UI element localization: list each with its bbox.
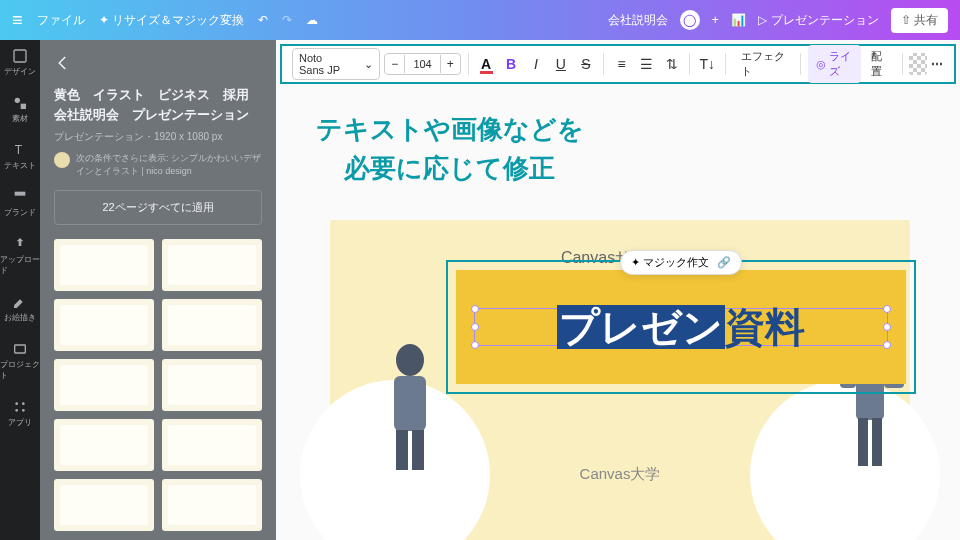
template-tip[interactable]: 次の条件でさらに表示: シンプルかわいいデザインとイラスト | nico des… bbox=[54, 152, 262, 178]
sparkle-icon: ◎ bbox=[816, 58, 826, 71]
sidebar-item-brand[interactable]: ブランド bbox=[4, 189, 36, 218]
template-thumbnails bbox=[54, 239, 262, 531]
resize-handle[interactable] bbox=[471, 305, 479, 313]
more-options-button[interactable]: ⋯ bbox=[931, 57, 944, 71]
svg-rect-4 bbox=[15, 345, 26, 353]
align-button[interactable]: ≡ bbox=[611, 51, 632, 77]
plus-icon[interactable]: + bbox=[712, 13, 719, 27]
strikethrough-button[interactable]: S bbox=[575, 51, 596, 77]
font-size-value[interactable]: 104 bbox=[404, 55, 440, 73]
file-menu[interactable]: ファイル bbox=[37, 12, 85, 29]
resize-handle[interactable] bbox=[883, 341, 891, 349]
template-thumb[interactable] bbox=[54, 479, 154, 531]
analytics-icon[interactable]: 📊 bbox=[731, 13, 746, 27]
back-icon[interactable] bbox=[54, 54, 72, 72]
text-color-button[interactable]: A bbox=[476, 51, 497, 77]
person-illustration-icon bbox=[360, 330, 460, 480]
svg-rect-18 bbox=[872, 418, 882, 466]
template-thumb[interactable] bbox=[162, 479, 262, 531]
link-icon[interactable]: 🔗 bbox=[717, 256, 731, 269]
text-toolbar: Noto Sans JP⌄ − 104 + A B I U S ≡ ☰ ⇅ T↓… bbox=[280, 44, 956, 84]
vertical-text-button[interactable]: T↓ bbox=[697, 51, 718, 77]
sparkle-icon: ✦ bbox=[631, 256, 640, 269]
decrease-size-button[interactable]: − bbox=[385, 54, 404, 74]
italic-button[interactable]: I bbox=[525, 51, 546, 77]
selected-textbox-highlight: ✦マジック作文 🔗 プレゼン資料 bbox=[446, 260, 916, 394]
resize-menu[interactable]: ✦ リサイズ＆マジック変換 bbox=[99, 12, 244, 29]
redo-icon[interactable]: ↷ bbox=[282, 13, 292, 27]
resize-handle[interactable] bbox=[883, 305, 891, 313]
template-thumb[interactable] bbox=[54, 419, 154, 471]
template-meta: プレゼンテーション・1920 x 1080 px bbox=[54, 130, 262, 144]
apply-all-button[interactable]: 22ページすべてに適用 bbox=[54, 190, 262, 225]
author-avatar-icon bbox=[54, 152, 70, 168]
position-button[interactable]: 配置 bbox=[865, 45, 895, 83]
sidebar-item-projects[interactable]: プロジェクト bbox=[0, 341, 40, 381]
slide-university-text: Canvas大学 bbox=[330, 465, 910, 484]
chevron-down-icon: ⌄ bbox=[364, 58, 373, 71]
template-thumb[interactable] bbox=[162, 299, 262, 351]
svg-rect-10 bbox=[394, 376, 426, 431]
list-button[interactable]: ☰ bbox=[636, 51, 657, 77]
template-thumb[interactable] bbox=[54, 299, 154, 351]
svg-rect-12 bbox=[412, 430, 424, 470]
sidebar-item-design[interactable]: デザイン bbox=[4, 48, 36, 77]
svg-point-9 bbox=[396, 344, 424, 376]
svg-text:T: T bbox=[15, 143, 23, 157]
spacing-button[interactable]: ⇅ bbox=[661, 51, 682, 77]
left-rail: デザイン 素材 Tテキスト ブランド アップロード お絵描き プロジェクト アプ… bbox=[0, 40, 40, 540]
svg-point-5 bbox=[15, 402, 18, 405]
sidebar-item-text[interactable]: Tテキスト bbox=[4, 142, 36, 171]
animate-button[interactable]: ◎ライズ bbox=[808, 45, 861, 83]
sidebar-item-elements[interactable]: 素材 bbox=[12, 95, 28, 124]
template-thumb[interactable] bbox=[54, 239, 154, 291]
font-size-stepper[interactable]: − 104 + bbox=[384, 53, 460, 75]
sidebar-item-upload[interactable]: アップロード bbox=[0, 236, 40, 276]
undo-icon[interactable]: ↶ bbox=[258, 13, 268, 27]
text-box[interactable]: ✦マジック作文 🔗 プレゼン資料 bbox=[456, 270, 906, 384]
top-bar: ≡ ファイル ✦ リサイズ＆マジック変換 ↶ ↷ ☁ 会社説明会 ◯ + 📊 ▷… bbox=[0, 0, 960, 40]
transparency-button[interactable] bbox=[909, 53, 927, 75]
canvas-area: Noto Sans JP⌄ − 104 + A B I U S ≡ ☰ ⇅ T↓… bbox=[276, 40, 960, 540]
svg-rect-11 bbox=[396, 430, 408, 470]
share-button[interactable]: ⇧ 共有 bbox=[891, 8, 948, 33]
svg-point-8 bbox=[22, 409, 25, 412]
effects-button[interactable]: エフェクト bbox=[733, 45, 793, 83]
increase-size-button[interactable]: + bbox=[441, 54, 460, 74]
slide-canvas[interactable]: Canvasサービス ✦マジック作文 🔗 プレゼン資料 Canva bbox=[330, 220, 910, 540]
template-thumb[interactable] bbox=[162, 359, 262, 411]
doc-name[interactable]: 会社説明会 bbox=[608, 12, 668, 29]
font-family-select[interactable]: Noto Sans JP⌄ bbox=[292, 48, 380, 80]
template-thumb[interactable] bbox=[162, 239, 262, 291]
canva-logo-icon[interactable]: ◯ bbox=[680, 10, 700, 30]
resize-handle[interactable] bbox=[471, 341, 479, 349]
magic-write-popup[interactable]: ✦マジック作文 🔗 bbox=[620, 250, 742, 275]
template-thumb[interactable] bbox=[54, 359, 154, 411]
svg-point-6 bbox=[22, 402, 25, 405]
tutorial-annotation: テキストや画像などを 必要に応じて修正 bbox=[316, 110, 584, 188]
resize-handle[interactable] bbox=[471, 323, 479, 331]
svg-rect-0 bbox=[14, 50, 26, 62]
bold-button[interactable]: B bbox=[501, 51, 522, 77]
template-title: 黄色 イラスト ビジネス 採用 会社説明会 プレゼンテーション bbox=[54, 85, 262, 124]
present-button[interactable]: ▷ プレゼンテーション bbox=[758, 12, 879, 29]
template-panel: 黄色 イラスト ビジネス 採用 会社説明会 プレゼンテーション プレゼンテーショ… bbox=[40, 40, 276, 540]
svg-rect-17 bbox=[858, 418, 868, 466]
underline-button[interactable]: U bbox=[550, 51, 571, 77]
resize-handle[interactable] bbox=[883, 323, 891, 331]
menu-icon[interactable]: ≡ bbox=[12, 10, 23, 31]
sidebar-item-draw[interactable]: お絵描き bbox=[4, 294, 36, 323]
template-thumb[interactable] bbox=[162, 419, 262, 471]
sidebar-item-apps[interactable]: アプリ bbox=[8, 399, 32, 428]
svg-point-7 bbox=[15, 409, 18, 412]
cloud-sync-icon[interactable]: ☁ bbox=[306, 13, 318, 27]
editable-text[interactable]: プレゼン資料 bbox=[557, 300, 805, 355]
svg-point-1 bbox=[15, 98, 20, 103]
svg-rect-2 bbox=[21, 104, 26, 109]
